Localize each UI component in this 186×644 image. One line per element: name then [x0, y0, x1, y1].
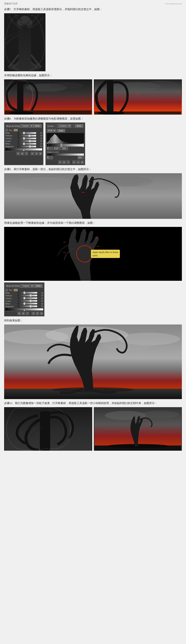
bw-icon2[interactable]: ▤	[21, 152, 24, 155]
yellows-thumb	[29, 134, 30, 137]
bw-auto-button[interactable]: Auto	[33, 124, 41, 128]
magentas2-slider[interactable]	[17, 306, 37, 307]
levels-input-mid[interactable]	[54, 147, 61, 150]
greens2-slider[interactable]	[17, 297, 37, 299]
greens2-label: Greens:	[5, 297, 17, 300]
blues2-thumb	[23, 302, 25, 305]
levels-icon3[interactable]: ↺	[67, 160, 70, 164]
svg-rect-23	[53, 135, 54, 144]
svg-rect-22	[52, 136, 53, 144]
cyans2-label: Cyans:	[5, 300, 17, 302]
svg-rect-19	[49, 140, 50, 144]
bw2-blues-row: Blues: 22	[5, 302, 43, 305]
svg-point-67	[142, 411, 179, 418]
yellows-slider[interactable]	[17, 135, 36, 136]
bw2-icon2[interactable]: ▤	[22, 312, 25, 315]
step10-right-image: ← ← →	[94, 407, 182, 451]
cyans2-slider[interactable]	[17, 300, 37, 302]
bw2-sliders: Reds: 22 Yellows: 55 Greens:	[5, 292, 43, 308]
blues2-slider[interactable]	[17, 303, 37, 304]
levels-white-point[interactable]	[82, 144, 84, 147]
levels-output-black[interactable]	[47, 153, 48, 156]
tint2-checkbox[interactable]	[5, 289, 8, 291]
bw2-icon3[interactable]: ↺	[26, 312, 29, 315]
svg-rect-30	[60, 140, 61, 144]
bw-icon4[interactable]: ⊕	[31, 152, 34, 155]
levels-preset-select[interactable]: Custom	[58, 124, 71, 128]
histogram-svg	[47, 133, 84, 144]
bw2-cyans-row: Cyans: 55	[5, 300, 43, 302]
blues-thumb	[23, 142, 25, 145]
bw-icon3[interactable]: ↺	[25, 152, 28, 155]
bw2-icon6[interactable]: 🗑	[40, 312, 43, 315]
step7b-title: 并用软橡皮擦软化树的边缘，如图所示：	[4, 73, 182, 78]
levels-black-point[interactable]	[47, 144, 48, 147]
bw2-yellows-row: Yellows: 55	[5, 294, 43, 297]
levels-mid-point[interactable]	[61, 144, 62, 147]
tint-checkbox[interactable]	[5, 129, 8, 131]
svg-text:←: ←	[96, 244, 101, 249]
levels-output-black-val[interactable]	[47, 156, 53, 159]
bw2-icon5[interactable]: ⚙	[36, 312, 39, 315]
levels-panel: Levels Custom Auto RGB Auto	[45, 122, 85, 165]
reds-thumb	[23, 132, 25, 134]
levels-icon2[interactable]: ▤	[62, 160, 66, 164]
reds-slider[interactable]	[17, 132, 36, 134]
greens-slider[interactable]	[17, 138, 36, 139]
levels-input-gradient	[47, 144, 84, 146]
levels-bottom-icons: ⊞ ▤ ↺ ⊕ ⚙ 🗑	[47, 160, 84, 164]
svg-text:←: ←	[95, 235, 100, 240]
step10-left-image	[4, 407, 92, 451]
reds2-slider[interactable]	[17, 292, 37, 294]
step10-image-row: ← ← →	[4, 407, 182, 451]
svg-rect-34	[65, 142, 65, 144]
blues2-value: 22	[38, 302, 43, 305]
levels-output-gradient	[47, 154, 84, 156]
cyans-label: Cyans:	[5, 140, 17, 142]
levels-icon5[interactable]: ⚙	[77, 160, 80, 164]
svg-rect-24	[54, 134, 55, 144]
yellows2-slider[interactable]	[17, 295, 37, 296]
levels-icon4[interactable]: ⊕	[72, 160, 76, 164]
levels-input-black[interactable]	[47, 147, 53, 150]
bw2-icon4[interactable]: ⊕	[32, 312, 35, 315]
bw2-preset-select[interactable]: Custom	[20, 284, 34, 288]
bw2-auto-button[interactable]: Auto	[34, 284, 42, 288]
svg-rect-17	[47, 142, 48, 144]
bw-cyans-row: Cyans: 55	[5, 140, 42, 142]
bw-icon5[interactable]: ⚙	[35, 152, 38, 155]
logo-text: 思缘设计社区	[4, 2, 18, 5]
levels-auto-button[interactable]: Auto	[75, 124, 83, 128]
bw-icon6[interactable]: 🗑	[39, 152, 42, 155]
magentas-slider[interactable]	[17, 146, 36, 147]
levels-output-white[interactable]	[83, 153, 84, 156]
blues-slider[interactable]	[17, 143, 36, 145]
yellows-value: 54	[37, 134, 42, 137]
cyans-slider[interactable]	[17, 140, 36, 142]
svg-text:Apply liquify filter to these: Apply liquify filter to these	[93, 251, 118, 254]
bw-preset-select[interactable]: Custom	[20, 124, 33, 128]
greens-label: Greens:	[5, 137, 17, 140]
svg-point-8	[9, 111, 34, 114]
bw-panel2: Black & White Custom Auto Tint Reds: 22	[4, 282, 44, 316]
greens-value: 22	[37, 137, 42, 140]
bw2-icon1[interactable]: ⊞	[17, 312, 21, 315]
svg-rect-37	[68, 142, 68, 144]
compare-row: ←	[4, 79, 182, 114]
yellows2-thumb	[30, 294, 31, 297]
cyans2-thumb	[30, 300, 31, 302]
svg-rect-33	[63, 142, 64, 144]
levels-auto-btn2[interactable]: Auto	[57, 129, 65, 132]
bw-icon1[interactable]: ⊞	[16, 152, 20, 155]
levels-icon6[interactable]: 🗑	[81, 160, 84, 164]
svg-rect-20	[50, 138, 51, 144]
bw2-magentas-row: Magentas: 55	[5, 305, 43, 308]
levels-icon1[interactable]: ⊞	[58, 160, 62, 164]
yellows2-value: 55	[38, 294, 43, 297]
step7-title: 步骤7、打开树的素材，用选取工具选取所需部分，并拖到我们的文档之中，如图：	[4, 7, 182, 12]
tint2-label: Tint	[9, 289, 12, 291]
levels-output-white-val[interactable]	[78, 156, 84, 159]
bw-sliders: Reds: 22 Yellows: 54 Greens:	[5, 132, 42, 148]
levels-input-white[interactable]	[62, 147, 68, 150]
levels-channel-select[interactable]: RGB	[47, 129, 56, 132]
